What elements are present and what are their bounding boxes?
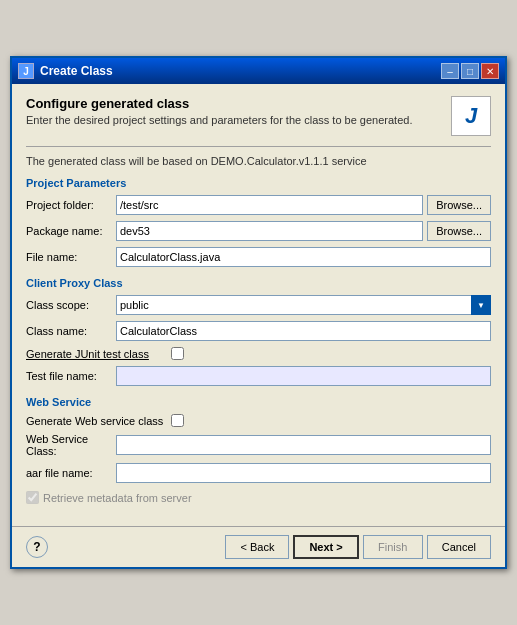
class-name-row: Class name: — [26, 321, 491, 341]
aar-file-label: aar file name: — [26, 467, 116, 479]
project-folder-browse-button[interactable]: Browse... — [427, 195, 491, 215]
web-service-label: Web Service — [26, 396, 491, 408]
header-divider — [26, 146, 491, 147]
class-name-input[interactable] — [116, 321, 491, 341]
generate-ws-checkbox[interactable] — [171, 414, 184, 427]
client-proxy-section: Client Proxy Class Class scope: public p… — [26, 277, 491, 386]
client-proxy-label: Client Proxy Class — [26, 277, 491, 289]
project-folder-row: Project folder: Browse... — [26, 195, 491, 215]
dialog-footer: ? < Back Next > Finish Cancel — [12, 526, 505, 567]
retrieve-label: Retrieve metadata from server — [43, 492, 192, 504]
finish-button[interactable]: Finish — [363, 535, 423, 559]
help-button[interactable]: ? — [26, 536, 48, 558]
header-icon: J — [451, 96, 491, 136]
project-parameters-label: Project Parameters — [26, 177, 491, 189]
package-name-input[interactable] — [116, 221, 423, 241]
dialog-description: Enter the desired project settings and p… — [26, 114, 412, 126]
next-button[interactable]: Next > — [293, 535, 358, 559]
info-text: The generated class will be based on DEM… — [26, 155, 491, 167]
generate-ws-row: Generate Web service class — [26, 414, 491, 427]
project-parameters-section: Project Parameters Project folder: Brows… — [26, 177, 491, 267]
window-icon: J — [18, 63, 34, 79]
retrieve-row: Retrieve metadata from server — [26, 491, 491, 504]
cancel-button[interactable]: Cancel — [427, 535, 491, 559]
dialog-heading: Configure generated class — [26, 96, 412, 111]
test-file-input[interactable] — [116, 366, 491, 386]
title-bar: J Create Class – □ ✕ — [12, 58, 505, 84]
project-folder-input[interactable] — [116, 195, 423, 215]
class-scope-row: Class scope: public private protected ▼ — [26, 295, 491, 315]
restore-button[interactable]: □ — [461, 63, 479, 79]
test-file-row: Test file name: — [26, 366, 491, 386]
ws-class-row: Web Service Class: — [26, 433, 491, 457]
generate-junit-label: Generate JUnit test class — [26, 348, 171, 360]
package-name-row: Package name: Browse... — [26, 221, 491, 241]
back-button[interactable]: < Back — [225, 535, 289, 559]
file-name-input[interactable] — [116, 247, 491, 267]
ws-class-input[interactable] — [116, 435, 491, 455]
web-service-section: Web Service Generate Web service class W… — [26, 396, 491, 504]
file-name-row: File name: — [26, 247, 491, 267]
class-name-label: Class name: — [26, 325, 116, 337]
generate-junit-row: Generate JUnit test class — [26, 347, 491, 360]
retrieve-checkbox — [26, 491, 39, 504]
class-scope-label: Class scope: — [26, 299, 116, 311]
aar-file-input[interactable] — [116, 463, 491, 483]
class-scope-select[interactable]: public private protected — [116, 295, 491, 315]
test-file-label: Test file name: — [26, 370, 116, 382]
generate-ws-label: Generate Web service class — [26, 415, 171, 427]
close-button[interactable]: ✕ — [481, 63, 499, 79]
project-folder-label: Project folder: — [26, 199, 116, 211]
create-class-dialog: J Create Class – □ ✕ Configure generated… — [10, 56, 507, 569]
package-name-browse-button[interactable]: Browse... — [427, 221, 491, 241]
aar-file-row: aar file name: — [26, 463, 491, 483]
file-name-label: File name: — [26, 251, 116, 263]
minimize-button[interactable]: – — [441, 63, 459, 79]
package-name-label: Package name: — [26, 225, 116, 237]
generate-junit-checkbox[interactable] — [171, 347, 184, 360]
ws-class-label: Web Service Class: — [26, 433, 116, 457]
window-title: Create Class — [40, 64, 113, 78]
